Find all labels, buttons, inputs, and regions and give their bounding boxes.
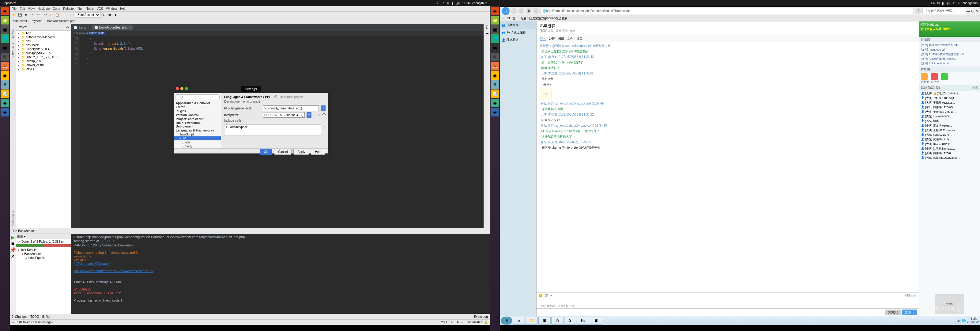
nav-photo[interactable]: 相册 bbox=[558, 37, 564, 41]
menu-refactor[interactable]: Refactor bbox=[63, 7, 75, 10]
browser-icon[interactable]: 🌐 bbox=[1, 34, 9, 43]
stop-icon[interactable]: ■ bbox=[113, 13, 118, 18]
task-ie[interactable]: e bbox=[513, 317, 525, 325]
skype-icon[interactable]: S bbox=[1, 80, 9, 89]
close-icon[interactable]: ✕ bbox=[11, 253, 15, 259]
network-icon[interactable]: ↕ bbox=[437, 2, 438, 5]
session-item[interactable]: 👥IT早报群 bbox=[500, 21, 536, 29]
pin-icon[interactable]: 📌 bbox=[10, 247, 16, 253]
close-button[interactable]: 关闭(C) bbox=[885, 310, 901, 315]
git-branch[interactable]: Git: master bbox=[467, 321, 482, 324]
redo-icon[interactable]: ↷ bbox=[36, 13, 41, 18]
note-icon[interactable]: 📝 bbox=[1, 90, 9, 98]
database-icon[interactable]: 🗄 bbox=[485, 25, 489, 29]
settings-tree[interactable]: Appearance & Behavior Editor Plugins Ver… bbox=[174, 101, 221, 148]
home-icon[interactable]: ⌂ bbox=[533, 8, 539, 14]
browser-icon[interactable]: 🌐 bbox=[491, 34, 499, 43]
clock[interactable]: 11:36 bbox=[462, 2, 470, 5]
user-menu[interactable]: chengshuo bbox=[472, 2, 487, 5]
rerun-icon[interactable]: ▶ bbox=[11, 235, 15, 240]
run-config-select[interactable]: BankAcount bbox=[75, 13, 100, 18]
lang-level-select[interactable] bbox=[263, 106, 319, 111]
volume-icon[interactable]: 🔊 bbox=[946, 2, 950, 5]
user-menu[interactable]: chengshuo bbox=[963, 2, 978, 5]
run-tab[interactable]: 5: Run bbox=[42, 315, 51, 318]
app-icon[interactable]: ◉ bbox=[491, 108, 499, 117]
clock[interactable]: 11:36 bbox=[953, 2, 960, 5]
menu-code[interactable]: Code bbox=[52, 7, 60, 10]
extension-icon[interactable]: ⋮ bbox=[915, 8, 921, 14]
chat-log[interactable]: 陈新贵：@阿翔 ubuntu 的interpreter怎么配都是失败按说网上教程… bbox=[536, 42, 919, 293]
session-item[interactable]: 👥To C 线上服务 bbox=[500, 29, 536, 36]
project-tab[interactable]: 1: Project bbox=[11, 24, 15, 40]
crumb-file[interactable]: BankAcountTest.php bbox=[46, 19, 79, 23]
lang-icon[interactable]: En bbox=[931, 2, 935, 5]
minimize-icon[interactable]: — bbox=[967, 9, 970, 13]
dash-icon[interactable]: ◉ bbox=[1, 7, 9, 15]
maximize-icon[interactable]: ▢ bbox=[971, 9, 974, 13]
test-suite[interactable]: ●BankAcount bbox=[16, 252, 70, 256]
note-icon[interactable]: 📝 bbox=[491, 90, 499, 98]
nav-files[interactable]: 文件 bbox=[567, 37, 573, 41]
browser-tab-2[interactable]: 报告问上教程配置phpunit都是老的 bbox=[520, 16, 568, 21]
files-icon[interactable]: 📁 bbox=[1, 16, 9, 24]
reload-icon[interactable]: ↻ bbox=[525, 8, 531, 14]
volume-icon[interactable]: 🔊 bbox=[456, 2, 460, 5]
app-icon[interactable]: ◉ bbox=[1, 108, 9, 117]
chrome-icon[interactable]: ◉ bbox=[491, 71, 499, 80]
open-icon[interactable]: 📂 bbox=[12, 13, 16, 18]
close-icon[interactable]: ✕ bbox=[975, 9, 978, 13]
cancel-button[interactable]: Cancel bbox=[274, 149, 291, 155]
menu-edit[interactable]: Edit bbox=[20, 7, 25, 10]
task-browser[interactable]: S bbox=[564, 317, 576, 325]
menu-help[interactable]: Help bbox=[120, 7, 126, 10]
nav-notice[interactable]: 公告 bbox=[549, 37, 555, 41]
remote-icon[interactable]: ☁ bbox=[485, 30, 489, 35]
structure-tab[interactable]: 7: Structure bbox=[11, 40, 15, 60]
expand-icon[interactable]: ⊞ bbox=[17, 235, 20, 238]
forward-icon[interactable]: → bbox=[518, 8, 524, 14]
notice-header[interactable]: 群通知 bbox=[919, 37, 980, 42]
minimize-window-icon[interactable] bbox=[180, 87, 183, 90]
editor-tab-2[interactable]: 📄BankAcountTest.php× bbox=[92, 25, 133, 30]
terminal2-icon[interactable]: ▣ bbox=[1, 43, 9, 52]
chevron-down-icon[interactable]: ▼ bbox=[307, 112, 312, 118]
terminal2-icon[interactable]: ▣ bbox=[491, 43, 499, 52]
forward-icon[interactable]: → bbox=[68, 13, 73, 18]
mail-icon[interactable]: ✉ bbox=[447, 2, 449, 5]
refresh-icon[interactable]: ↻ bbox=[318, 114, 321, 117]
help-button[interactable]: Help bbox=[311, 149, 325, 155]
undo-icon[interactable]: ↶ bbox=[30, 13, 35, 18]
star-icon[interactable]: ☆ bbox=[502, 16, 504, 20]
cut-icon[interactable]: ✂ bbox=[43, 13, 48, 18]
editor-icon[interactable]: ✎ bbox=[1, 53, 9, 61]
firefox-icon[interactable]: 🦊 bbox=[1, 62, 9, 70]
changes-tab[interactable]: 9: Changes bbox=[12, 315, 27, 318]
menu-view[interactable]: View bbox=[28, 7, 35, 10]
battery-icon[interactable]: ▮ bbox=[942, 2, 944, 5]
skype-icon[interactable]: S bbox=[491, 80, 499, 89]
send-button[interactable]: 发送(S) bbox=[902, 310, 917, 315]
members-header[interactable]: 群成员(32/42) 搜索 bbox=[919, 85, 980, 91]
tray-volume-icon[interactable]: 🔊 bbox=[957, 319, 961, 322]
menu-file[interactable]: File bbox=[12, 7, 16, 10]
menu-run[interactable]: Run bbox=[78, 7, 83, 10]
network-icon[interactable]: ↕ bbox=[927, 2, 929, 5]
firefox-icon[interactable]: 🦊 bbox=[491, 62, 499, 70]
apply-button[interactable]: Apply bbox=[293, 149, 309, 155]
info-icon[interactable]: ⓘ bbox=[323, 113, 326, 117]
stop-icon[interactable]: ■ bbox=[11, 241, 14, 246]
app-header[interactable]: 群应用 bbox=[919, 67, 980, 72]
dash-icon[interactable]: ◉ bbox=[491, 7, 499, 15]
paste-icon[interactable]: 📋 bbox=[55, 13, 60, 18]
encoding[interactable]: UTF-8 bbox=[456, 321, 464, 324]
save-icon[interactable]: 💾 bbox=[18, 13, 22, 18]
task-app[interactable]: ▣ bbox=[538, 317, 550, 325]
add-icon[interactable]: ＋ bbox=[322, 125, 326, 129]
close-window-icon[interactable] bbox=[176, 87, 179, 90]
side-ad[interactable]: 招聘 Hadoop, 为什么有人年薪 50W？ bbox=[919, 21, 980, 37]
include-path-list[interactable]: 1. "/usr/bin/pear" bbox=[224, 125, 321, 136]
remove-icon[interactable]: － bbox=[322, 130, 326, 134]
project-tree[interactable]: ▸📁App ▸📁authorizationManager ▸📁bbs ▸📁bbs… bbox=[16, 30, 71, 228]
filter-icon[interactable]: ▼ bbox=[23, 235, 26, 238]
